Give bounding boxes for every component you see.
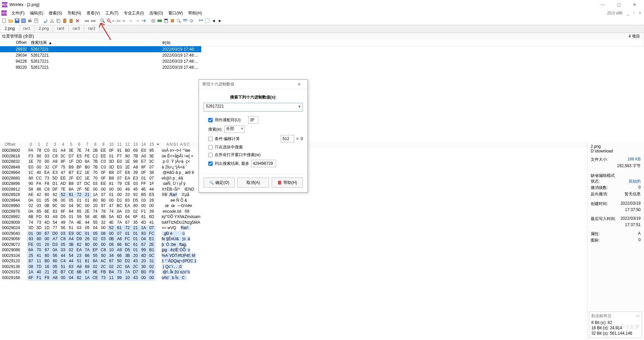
paste-write-icon[interactable] [68,18,74,24]
disk-icon[interactable] [150,18,156,24]
analyze-icon[interactable] [176,18,182,24]
hex-row[interactable]: 00029056838000A7C8A4D92602030BA6FC0104E1… [0,236,587,242]
menu-item[interactable]: 专业工具(I) [121,10,146,17]
child-restore-button[interactable]: ▫ [631,10,637,16]
svg-rect-27 [183,19,187,20]
help-button[interactable]: 📕帮助(H) [272,178,303,188]
document-tab[interactable]: rar2 [84,25,100,32]
copy-icon[interactable] [55,18,61,24]
search-in-block-checkbox[interactable] [208,145,213,149]
calculator-icon[interactable] [163,18,169,24]
hex-row[interactable]: 00029136087D16055163A869022C022C0A2C3002… [0,264,587,270]
find-text-icon[interactable] [100,18,106,24]
find-hex-icon[interactable] [106,18,112,24]
replace-text-icon[interactable]: A↔B [112,18,118,24]
search-all-windows-checkbox[interactable] [208,153,213,157]
wildcard-checkbox[interactable] [208,118,213,122]
wildcard-value-input[interactable] [248,116,258,124]
condition-divisor-input[interactable] [281,135,294,142]
ram-icon[interactable] [157,18,163,24]
print-icon[interactable] [27,18,33,24]
hex-row[interactable]: 000291208711B060C44451616AAC8750D2432031… [0,259,587,264]
col-time[interactable]: 时间 [160,40,644,46]
hex-row[interactable]: 0002900874734D54497A4E4455324E7A67354D41… [0,220,587,226]
document-tab[interactable]: rar3 [69,25,84,32]
open-icon[interactable] [8,18,14,24]
col-offset[interactable]: Offset [0,40,29,46]
hex-row[interactable]: 000289926BFD93A9D50159584E6B5A6D646F616D… [0,214,587,220]
hex-row[interactable]: 000289440A01050600050101808000D183D50326… [0,198,587,204]
bits-101-icon[interactable]: 101 [84,18,90,24]
list-results-checkbox[interactable] [208,161,213,166]
menu-item[interactable]: 工具(T) [103,10,121,17]
paste-icon[interactable] [62,18,68,24]
result-row[interactable]: 99220526172212022/03/19 17:48:... [0,64,201,70]
child-minimize-button[interactable]: _ [625,10,631,16]
position-mgr-icon[interactable] [182,18,188,24]
new-icon[interactable] [1,18,7,24]
result-row[interactable]: 28932526172212022/03/19 17:48:... [0,46,201,52]
interpreter-title: 数据解释器 [591,313,611,319]
document-tab[interactable]: 2.png [1,25,19,32]
menu-item[interactable]: 帮助(H) [185,10,205,17]
settings-icon[interactable] [189,18,195,24]
col-result[interactable]: 搜索结果▲ [29,40,160,46]
search-scope-select[interactable]: 全部 [224,126,245,133]
minimize-button[interactable]: — [595,0,610,9]
document-tab[interactable]: rar1 [19,25,35,32]
gather-icon[interactable] [204,18,210,24]
ok-button[interactable]: 🔍确定(O) [204,178,235,188]
hex-row[interactable]: 000290886A70670A0302EA7AEFC810A9D50199B1… [0,248,587,253]
hex-row[interactable]: 000291521A40212EB7CE6B879EFBB4737AD7B0F9… [0,270,587,275]
interpreter-expand-icon[interactable]: ▭ [636,313,640,319]
hex-row[interactable]: 000291686FF1F9A80004621ACE73119910430000… [0,275,587,281]
menu-item[interactable]: 选项(O) [147,10,166,17]
go-back-icon[interactable]: ← [128,18,134,24]
bits-010-icon[interactable]: 010 [90,18,96,24]
menu-item[interactable]: 搜索(S) [46,10,65,17]
hex-row[interactable]: 000291042541605644542366555034663B204D0C… [0,253,587,259]
replace-hex-icon[interactable]: A↔B [119,18,125,24]
delete-icon[interactable] [74,18,80,24]
go-forward-icon[interactable]: → [135,18,141,24]
result-row[interactable]: 29034526172212022/03/19 17:48:... [0,52,201,58]
cut-icon[interactable] [49,18,55,24]
hex-row[interactable]: 00029072FE0120D3053B6280000008666C61672E… [0,242,587,248]
svg-rect-23 [165,19,167,20]
hex-row[interactable]: 00029040010067D003E90C0105080007010183FC… [0,231,587,237]
next-icon[interactable]: ► [217,18,223,24]
hex-row[interactable]: 0002896002030B9C00049C00209747BCEA800000… [0,203,587,209]
version-label: 20.0 x86 [607,11,623,15]
go-to-icon[interactable] [141,18,147,24]
svg-rect-13 [63,19,66,23]
properties-icon[interactable] [33,18,39,24]
result-row[interactable]: 94226526172212022/03/19 17:48:... [0,58,201,64]
hex-row[interactable]: 000290243D3D1D77565103050400526172211A07… [0,225,587,231]
menu-item[interactable]: 编辑(E) [27,10,46,17]
maximize-button[interactable]: ▢ [611,0,626,9]
document-tab[interactable]: rar4 [53,25,68,32]
document-tab[interactable]: 2.png [35,25,53,32]
case-data-icon[interactable] [198,18,204,24]
cancel-button[interactable]: 取消(A) [237,178,269,188]
undo-icon[interactable] [43,18,49,24]
prev-icon[interactable]: ◄ [211,18,217,24]
child-close-button[interactable]: × [637,10,643,16]
menu-item[interactable]: 窗口(W) [166,10,185,17]
save-as-icon[interactable] [20,18,26,24]
results-header: Offset 搜索结果▲ 时间 [0,40,644,46]
menu-item[interactable]: 导航(N) [65,10,84,17]
dialog-close-icon[interactable]: × [294,81,304,87]
info-modified-label: 最后写入时间: [591,216,616,222]
hex-row[interactable]: 00028928AE426082526172211A0701003392B5E5… [0,192,587,198]
menu-item[interactable]: 文件(F) [9,10,27,17]
hash-icon[interactable] [169,18,175,24]
wildcard-label: 用作通配符(U): [215,117,241,123]
search-value-input[interactable]: 52617221 [204,103,303,112]
save-icon[interactable] [14,18,20,24]
close-button[interactable]: ✕ [627,0,642,9]
hex-row[interactable]: 000289760A656E636F64652E7478740A0302F139… [0,209,587,215]
list-results-max-input[interactable] [251,160,276,167]
menu-item[interactable]: 查看(V) [84,10,103,17]
condition-checkbox[interactable] [208,137,213,141]
